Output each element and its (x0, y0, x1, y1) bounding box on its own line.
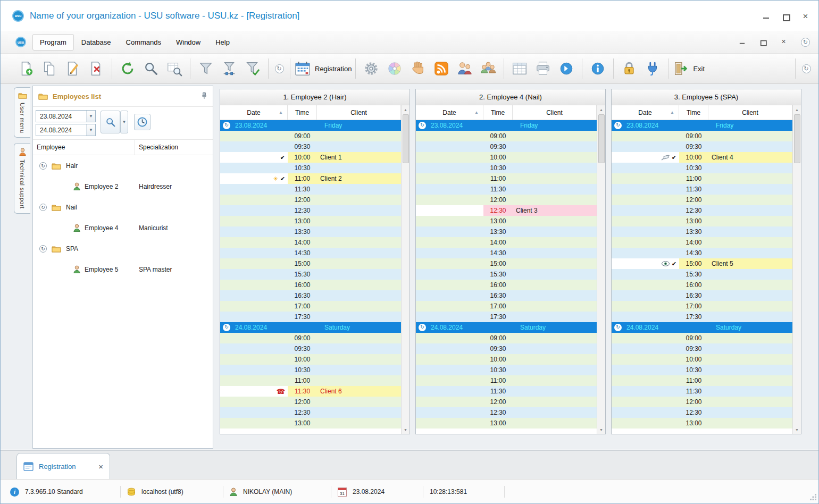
time-slot-row[interactable]: 12:30 (416, 407, 597, 418)
collapse-icon[interactable]: ↻ (614, 122, 622, 129)
date-to-select[interactable]: 24.08.2024 ▼ (36, 124, 96, 136)
date-header-row[interactable]: ↻23.08.2024Friday (220, 120, 401, 131)
time-slot-row[interactable]: 12:00 (416, 195, 597, 205)
time-slot-row[interactable]: 12:00 (220, 195, 401, 205)
time-slot-row[interactable]: 10:30 (220, 163, 401, 173)
tab-registration[interactable]: Registration × (16, 453, 110, 480)
lock-button[interactable] (617, 56, 641, 81)
date-header-row[interactable]: ↻24.08.2024Saturday (416, 322, 597, 333)
time-slot-row[interactable]: ☎11:30Client 6 (220, 386, 401, 397)
pan-button[interactable] (406, 56, 430, 81)
time-slot-row[interactable]: 12:00 (220, 397, 401, 407)
employee-group-row[interactable]: ↻Hair (33, 155, 213, 176)
mdi-restore-button[interactable] (760, 39, 766, 45)
exit-button[interactable]: Exit (672, 56, 705, 81)
time-slot-row[interactable]: 10:00 (416, 354, 597, 365)
info-icon[interactable]: i (10, 488, 19, 497)
time-slot-row[interactable]: 17:30 (220, 312, 401, 322)
mdi-minimize-button[interactable] (739, 39, 745, 45)
time-slot-row[interactable]: 09:30 (612, 141, 792, 152)
time-slot-row[interactable]: 11:30 (416, 386, 597, 397)
menu-window[interactable]: Window (169, 34, 208, 51)
column-header-time[interactable]: Time (288, 105, 317, 120)
scroll-up-button[interactable]: ▲ (402, 105, 410, 114)
search-employees-button[interactable] (101, 111, 120, 133)
search-in-table-button[interactable] (163, 56, 186, 81)
time-slot-row[interactable]: 10:30 (416, 163, 597, 173)
time-slot-row[interactable]: ✔10:00Client 1 (220, 152, 401, 163)
time-slot-row[interactable]: 11:30 (220, 184, 401, 195)
time-slot-row[interactable]: 14:00 (220, 237, 401, 248)
scroll-down-button[interactable]: ▼ (793, 425, 801, 434)
time-slot-row[interactable]: 17:00 (612, 301, 792, 312)
tab-technical-support[interactable]: Technical support (14, 143, 30, 213)
column-header-time[interactable]: Time (483, 105, 513, 120)
time-slot-row[interactable]: 14:00 (416, 237, 597, 248)
filter-settings-button[interactable] (218, 56, 241, 81)
filter-apply-button[interactable] (241, 56, 264, 81)
collapse-icon[interactable]: ↻ (39, 204, 47, 211)
time-slot-row[interactable]: 10:00 (220, 354, 401, 365)
menu-program[interactable]: Program (32, 34, 74, 51)
time-slot-row[interactable]: 13:00 (612, 418, 792, 429)
time-slot-row[interactable]: 14:30 (220, 248, 401, 258)
user-management-button[interactable] (453, 56, 477, 81)
navigate-next-button[interactable] (555, 56, 578, 81)
time-slot-row[interactable]: 09:30 (612, 343, 792, 354)
time-slot-row[interactable]: 09:30 (220, 141, 401, 152)
time-slot-row[interactable]: 12:00 (416, 397, 597, 407)
time-slot-row[interactable]: 09:00 (416, 333, 597, 343)
time-slot-row[interactable]: 12:00 (612, 397, 792, 407)
search-button[interactable] (139, 56, 163, 81)
time-slot-row[interactable]: 09:30 (416, 343, 597, 354)
registration-button[interactable]: Registration (294, 56, 352, 81)
time-slot-row[interactable]: 17:30 (612, 312, 792, 322)
time-slot-row[interactable]: 11:30 (612, 184, 792, 195)
about-button[interactable] (586, 56, 609, 81)
menu-help[interactable]: Help (208, 34, 237, 51)
print-button[interactable] (531, 56, 555, 81)
scrollbar-thumb[interactable] (598, 114, 605, 163)
column-header-date[interactable]: Date▲ (220, 105, 288, 120)
time-slot-row[interactable]: 09:30 (416, 141, 597, 152)
time-slot-row[interactable]: 10:30 (220, 365, 401, 375)
time-slot-row[interactable]: 17:00 (416, 301, 597, 312)
time-slot-row[interactable]: 12:30 (612, 205, 792, 216)
time-slot-row[interactable]: 14:00 (612, 237, 792, 248)
time-slot-row[interactable]: 09:00 (416, 131, 597, 141)
delete-record-button[interactable] (85, 56, 108, 81)
settings-button[interactable] (360, 56, 383, 81)
time-slot-row[interactable]: ✳✔11:00Client 2 (220, 173, 401, 184)
vertical-scrollbar[interactable]: ▲▼ (401, 105, 410, 434)
time-slot-row[interactable]: 11:30 (416, 184, 597, 195)
tab-close-icon[interactable]: × (98, 462, 103, 471)
time-slot-row[interactable]: 10:30 (612, 163, 792, 173)
search-options-dropdown[interactable]: ▼ (120, 111, 128, 133)
time-slot-row[interactable]: 09:00 (220, 131, 401, 141)
time-slot-row[interactable]: ✔15:00Client 5 (612, 258, 792, 269)
mdi-menu-icon[interactable]: ↻ (801, 38, 810, 47)
vertical-scrollbar[interactable]: ▲▼ (597, 105, 605, 434)
scrollbar-thumb[interactable] (403, 114, 409, 163)
date-header-row[interactable]: ↻24.08.2024Saturday (220, 322, 401, 333)
menu-commands[interactable]: Commands (119, 34, 169, 51)
time-slot-row[interactable]: 12:30 (612, 407, 792, 418)
time-slot-row[interactable]: 11:00 (612, 375, 792, 386)
time-slot-row[interactable]: 13:30 (612, 226, 792, 237)
employee-row[interactable]: Employee 5SPA master (33, 259, 213, 280)
time-slot-row[interactable]: 11:00 (220, 375, 401, 386)
time-slot-row[interactable]: 13:00 (220, 216, 401, 226)
date-header-row[interactable]: ↻24.08.2024Saturday (612, 322, 792, 333)
tab-user-menu[interactable]: User menu (14, 87, 30, 138)
time-slot-row[interactable]: 10:30 (612, 365, 792, 375)
time-slot-row[interactable]: 16:00 (220, 280, 401, 290)
time-slot-row[interactable]: 13:30 (220, 226, 401, 237)
scroll-down-button[interactable]: ▼ (402, 425, 410, 434)
appearance-button[interactable] (383, 56, 406, 81)
quick-access-button[interactable]: ↻ (272, 56, 286, 81)
time-slot-row[interactable]: ✔10:00Client 4 (612, 152, 792, 163)
time-slot-row[interactable]: 12:00 (612, 195, 792, 205)
collapse-icon[interactable]: ↻ (39, 162, 47, 170)
scroll-down-button[interactable]: ▼ (597, 425, 605, 434)
employee-row[interactable]: Employee 2Hairdresser (33, 176, 213, 197)
